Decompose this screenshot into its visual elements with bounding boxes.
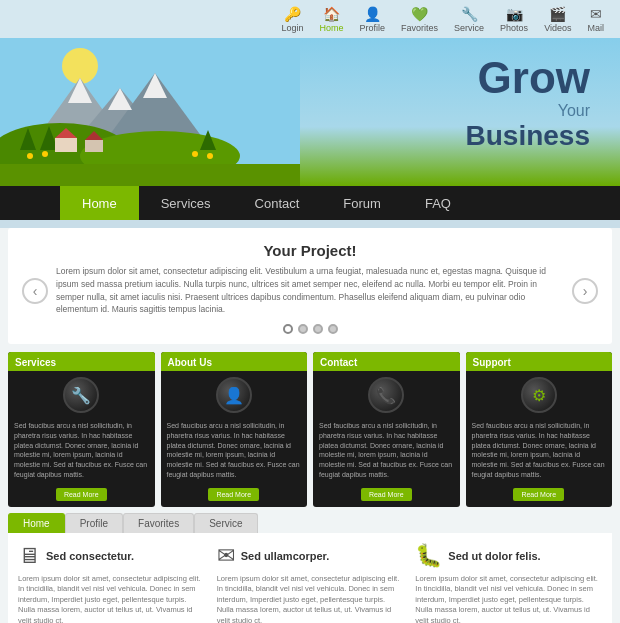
carousel-next-button[interactable]: ›: [572, 278, 598, 304]
bottom-col-bug: 🐛 Sed ut dolor felis. Lorem ipsum dolor …: [415, 543, 602, 623]
main-nav-home[interactable]: Home: [60, 186, 139, 220]
contact-card-icon: 📞: [368, 377, 404, 413]
hero-business-text: Business: [466, 122, 591, 150]
mail-icon: ✉: [590, 6, 602, 22]
card-aboutus-readmore-button[interactable]: Read More: [208, 488, 259, 501]
card-aboutus-title: About Us: [168, 357, 301, 368]
main-nav-forum[interactable]: Forum: [321, 186, 403, 220]
card-support-body: Sed faucibus arcu a nisl sollicitudin, i…: [466, 417, 613, 484]
card-services-title: Services: [15, 357, 148, 368]
aboutus-card-icon: 👤: [216, 377, 252, 413]
login-icon: 🔑: [284, 6, 301, 22]
bottom-col-monitor-title: Sed consectetur.: [46, 550, 134, 562]
bottom-col-mail-header: ✉ Sed ullamcorper.: [217, 543, 404, 569]
bottom-content-area: 🖥 Sed consectetur. Lorem ipsum dolor sit…: [8, 533, 612, 623]
svg-point-18: [42, 151, 48, 157]
bottom-col-monitor-text: Lorem ipsum dolor sit amet, consectetur …: [18, 574, 205, 623]
bottom-col-monitor-header: 🖥 Sed consectetur.: [18, 543, 205, 569]
dot-3[interactable]: [313, 324, 323, 334]
card-contact-body: Sed faucibus arcu a nisl sollicitudin, i…: [313, 417, 460, 484]
card-aboutus-body: Sed faucibus arcu a nisl sollicitudin, i…: [161, 417, 308, 484]
svg-rect-15: [85, 140, 103, 152]
top-nav-videos[interactable]: 🎬 Videos: [544, 6, 571, 33]
top-nav-profile[interactable]: 👤 Profile: [360, 6, 386, 33]
favorites-icon: 💚: [411, 6, 428, 22]
top-navigation: 🔑 Login 🏠 Home 👤 Profile 💚 Favorites 🔧 S…: [0, 0, 620, 38]
card-services-header: Services: [8, 352, 155, 371]
landscape-illustration: [0, 38, 300, 186]
card-aboutus: About Us 👤 Sed faucibus arcu a nisl soll…: [161, 352, 308, 507]
videos-icon: 🎬: [549, 6, 566, 22]
project-title: Your Project!: [22, 242, 598, 259]
card-support: Support ⚙ Sed faucibus arcu a nisl solli…: [466, 352, 613, 507]
svg-point-19: [192, 151, 198, 157]
svg-point-17: [27, 153, 33, 159]
top-nav-service[interactable]: 🔧 Service: [454, 6, 484, 33]
content-area: Your Project! ‹ Lorem ipsum dolor sit am…: [0, 228, 620, 623]
top-nav-home[interactable]: 🏠 Home: [320, 6, 344, 33]
profile-icon: 👤: [364, 6, 381, 22]
dot-2[interactable]: [298, 324, 308, 334]
main-nav-faq[interactable]: FAQ: [403, 186, 473, 220]
card-support-header: Support: [466, 352, 613, 371]
project-carousel: ‹ Lorem ipsum dolor sit amet, consectetu…: [22, 265, 598, 316]
card-support-title: Support: [473, 357, 606, 368]
svg-point-20: [207, 153, 213, 159]
dot-1[interactable]: [283, 324, 293, 334]
top-nav-login[interactable]: 🔑 Login: [282, 6, 304, 33]
main-navigation: Home Services Contact Forum FAQ: [0, 186, 620, 220]
envelope-icon: ✉: [217, 543, 235, 569]
top-nav-mail[interactable]: ✉ Mail: [587, 6, 604, 33]
card-aboutus-icon-area: 👤: [161, 377, 308, 413]
top-nav-photos[interactable]: 📷 Photos: [500, 6, 528, 33]
support-card-icon: ⚙: [521, 377, 557, 413]
project-section: Your Project! ‹ Lorem ipsum dolor sit am…: [8, 228, 612, 344]
card-support-icon-area: ⚙: [466, 377, 613, 413]
tabs-row: Home Profile Favorites Service: [8, 513, 612, 533]
main-nav-services[interactable]: Services: [139, 186, 233, 220]
hero-your-text: Your: [466, 100, 591, 122]
hero-section: Grow Your Business: [0, 38, 620, 186]
card-contact: Contact 📞 Sed faucibus arcu a nisl solli…: [313, 352, 460, 507]
bottom-col-monitor: 🖥 Sed consectetur. Lorem ipsum dolor sit…: [18, 543, 205, 623]
project-description: Lorem ipsum dolor sit amet, consectetur …: [56, 265, 564, 316]
card-contact-readmore-button[interactable]: Read More: [361, 488, 412, 501]
bottom-col-mail-text: Lorem ipsum dolor sit amet, consectetur …: [217, 574, 404, 623]
card-support-readmore-button[interactable]: Read More: [513, 488, 564, 501]
bug-icon: 🐛: [415, 543, 442, 569]
card-services-body: Sed faucibus arcu a nisl sollicitudin, i…: [8, 417, 155, 484]
bottom-col-mail: ✉ Sed ullamcorper. Lorem ipsum dolor sit…: [217, 543, 404, 623]
card-contact-title: Contact: [320, 357, 453, 368]
bottom-col-bug-text: Lorem ipsum dolor sit amet, consectetur …: [415, 574, 602, 623]
card-contact-icon-area: 📞: [313, 377, 460, 413]
bottom-col-mail-title: Sed ullamcorper.: [241, 550, 330, 562]
top-nav-favorites[interactable]: 💚 Favorites: [401, 6, 438, 33]
service-icon: 🔧: [461, 6, 478, 22]
hero-tagline: Grow Your Business: [466, 56, 591, 150]
bottom-col-bug-title: Sed ut dolor felis.: [448, 550, 540, 562]
tab-home[interactable]: Home: [8, 513, 65, 533]
card-services-readmore-button[interactable]: Read More: [56, 488, 107, 501]
hero-grow-text: Grow: [466, 56, 591, 100]
dot-4[interactable]: [328, 324, 338, 334]
cards-row: Services 🔧 Sed faucibus arcu a nisl soll…: [8, 352, 612, 507]
card-services: Services 🔧 Sed faucibus arcu a nisl soll…: [8, 352, 155, 507]
svg-rect-21: [0, 164, 300, 186]
carousel-dots: [22, 324, 598, 334]
main-nav-contact[interactable]: Contact: [233, 186, 322, 220]
card-contact-header: Contact: [313, 352, 460, 371]
card-aboutus-header: About Us: [161, 352, 308, 371]
carousel-prev-button[interactable]: ‹: [22, 278, 48, 304]
home-icon: 🏠: [323, 6, 340, 22]
photos-icon: 📷: [506, 6, 523, 22]
tab-service[interactable]: Service: [194, 513, 257, 533]
tab-favorites[interactable]: Favorites: [123, 513, 194, 533]
tab-profile[interactable]: Profile: [65, 513, 123, 533]
monitor-icon: 🖥: [18, 543, 40, 569]
services-card-icon: 🔧: [63, 377, 99, 413]
bottom-col-bug-header: 🐛 Sed ut dolor felis.: [415, 543, 602, 569]
svg-rect-13: [55, 138, 77, 152]
card-services-icon-area: 🔧: [8, 377, 155, 413]
